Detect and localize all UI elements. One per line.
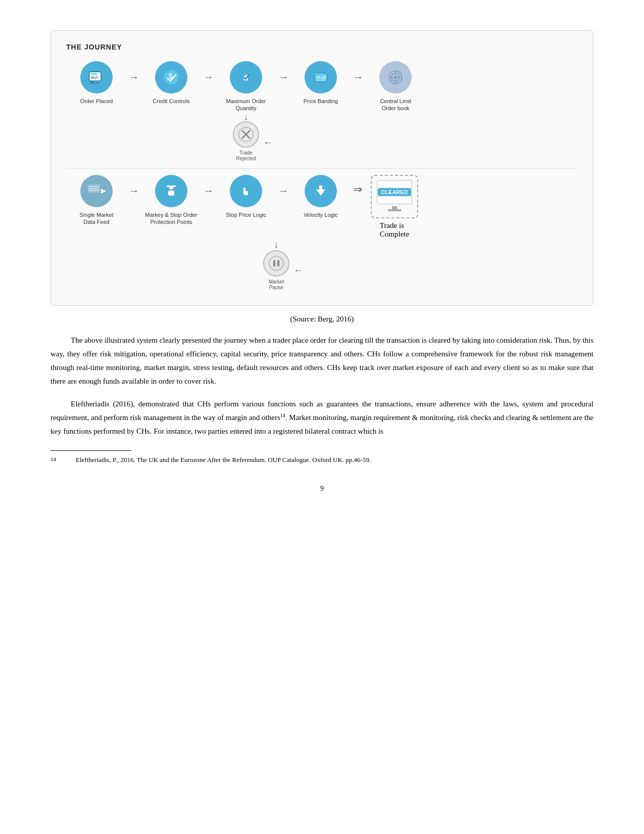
- svg-text:BUY: BUY: [91, 75, 98, 80]
- central-limit-icon: [379, 61, 412, 94]
- cleared-dotted-box: CLEARED: [371, 175, 418, 218]
- step-credit-controls: $ Credit Controls: [141, 61, 202, 105]
- markey-stop-icon: [155, 175, 187, 207]
- arrow-r2-2: →: [202, 185, 216, 197]
- diagram-container: THE JOURNEY BUY Order Placed → $: [51, 30, 593, 306]
- stop-price-label: Stop Price Logic: [226, 211, 266, 218]
- market-pause-label: Market Pause: [269, 279, 284, 290]
- svg-rect-34: [277, 260, 279, 266]
- trade-rejected-icon: [233, 121, 259, 148]
- cleared-monitor: CLEARED: [377, 180, 412, 204]
- market-pause-bubble: ↓ Market Pause: [263, 240, 289, 290]
- arrow-3: →: [351, 71, 365, 83]
- stop-price-icon: [230, 175, 262, 207]
- page-number: 9: [51, 485, 593, 493]
- svg-marker-23: [101, 189, 106, 194]
- cleared-label: Trade is Complete: [380, 221, 409, 239]
- velocity-label: Velocity Logic: [304, 211, 337, 218]
- svg-rect-27: [167, 186, 176, 187]
- svg-point-28: [238, 183, 254, 199]
- trade-rejected-bubble: ↓ Trade Rejected: [233, 112, 259, 161]
- order-placed-label: Order Placed: [80, 98, 113, 105]
- max-order-icon: [230, 61, 262, 94]
- svg-rect-3: [90, 73, 97, 75]
- central-limit-label: Central Limit Order book: [380, 98, 411, 112]
- step-velocity: Velocity Logic: [290, 175, 351, 218]
- step-max-order: Maximum Order Quantity: [216, 61, 276, 112]
- order-placed-icon: BUY: [80, 61, 113, 94]
- branch-arrow: →: [276, 71, 290, 83]
- step-order-placed: BUY Order Placed: [66, 61, 127, 105]
- trade-rejected-area: ↓ Trade Rejected ←: [233, 112, 578, 161]
- footnote-number: 14: [51, 455, 61, 464]
- journey-row-2: Single Market Data Feed → Markey & Stop …: [66, 175, 578, 239]
- step-single-market: Single Market Data Feed: [66, 175, 127, 226]
- footnote-text: Eleftheriadis, P., 2016. The UK and the …: [76, 455, 371, 465]
- trade-rejected-label: Trade Rejected: [236, 150, 256, 161]
- single-market-icon: [80, 175, 113, 207]
- svg-rect-1: [90, 81, 93, 83]
- cleared-badge: CLEARED: [378, 188, 411, 196]
- paragraph-1: The above illustrated system clearly pre…: [51, 334, 593, 388]
- step-stop-price: Stop Price Logic: [216, 175, 276, 218]
- footnote-divider: [51, 450, 131, 451]
- step-price-banding: +0.75 -0.75 Price Banding: [290, 61, 351, 105]
- paragraph-2: Eleftheriadis (2016), demonstrated that …: [51, 397, 593, 438]
- step-markey-stop: Markey & Stop Order Protection Points: [141, 175, 202, 226]
- credit-controls-icon: $: [155, 61, 187, 94]
- svg-rect-26: [168, 191, 174, 196]
- credit-controls-label: Credit Controls: [153, 98, 189, 105]
- price-banding-label: Price Banding: [304, 98, 338, 105]
- svg-point-32: [269, 256, 283, 270]
- svg-rect-33: [273, 260, 275, 266]
- svg-text:-0.75: -0.75: [316, 77, 325, 82]
- pause-left-arrow: ←: [293, 252, 303, 290]
- markey-stop-label: Markey & Stop Order Protection Points: [145, 211, 197, 226]
- step-cleared: CLEARED Trade is Complete: [364, 175, 425, 239]
- monitor-base: [388, 209, 401, 211]
- market-pause-area: ↓ Market Pause ←: [263, 240, 578, 290]
- svg-rect-2: [89, 83, 100, 84]
- svg-rect-31: [319, 186, 322, 191]
- source-text: (Source: Berg, 2016): [51, 315, 593, 323]
- velocity-icon: [305, 175, 337, 207]
- journey-row-1: BUY Order Placed → $ Credit Controls →: [66, 61, 578, 112]
- arrow-2: →: [202, 71, 216, 83]
- row-divider: [66, 168, 578, 169]
- reject-left-arrow: ←: [263, 124, 272, 161]
- arrow-r2-3: →: [276, 185, 290, 197]
- arrow-1: →: [127, 71, 141, 83]
- max-order-label: Maximum Order Quantity: [226, 98, 266, 112]
- market-pause-icon: [263, 250, 289, 276]
- arrow-r2-1: →: [127, 185, 141, 197]
- footnote-superscript: 14: [280, 412, 285, 418]
- diagram-title: THE JOURNEY: [66, 43, 578, 51]
- footnote: 14 Eleftheriadis, P., 2016. The UK and t…: [51, 455, 593, 465]
- paragraph-2-text: Eleftheriadis (2016), demonstrated that …: [51, 400, 593, 435]
- step-central-limit: Central Limit Order book: [365, 61, 426, 112]
- single-market-label: Single Market Data Feed: [79, 211, 113, 226]
- price-banding-icon: +0.75 -0.75: [305, 61, 337, 94]
- double-arrow: ⇒: [351, 183, 364, 196]
